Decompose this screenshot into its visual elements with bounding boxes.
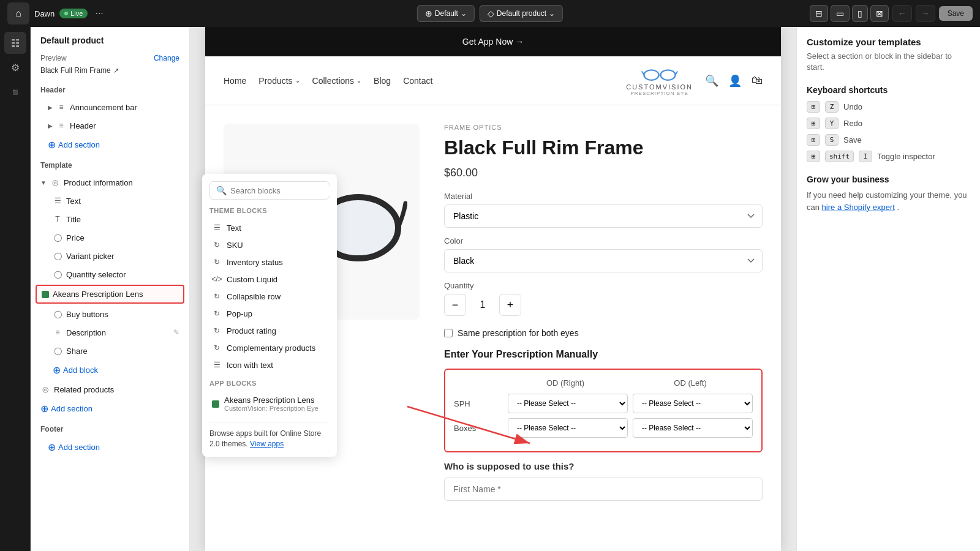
product-details: FRAME OPTICS Black Full Rim Frame $60.00… [444, 124, 763, 501]
nav-contact[interactable]: Contact [403, 73, 432, 88]
logo-text: CUSTOMVISION [626, 83, 693, 91]
qty-minus-btn[interactable]: − [444, 294, 466, 316]
expand-icon: ▶ [48, 104, 53, 111]
search-blocks-input[interactable] [230, 186, 333, 195]
block-item-icon-text[interactable]: ☰ Icon with text [209, 356, 330, 373]
material-select[interactable]: Plastic [444, 204, 763, 228]
nav-products-dropdown[interactable]: Products ⌄ [258, 76, 300, 86]
home-icon-btn[interactable]: ⌂ [7, 2, 29, 24]
apps-icon-btn[interactable]: ◾ [4, 81, 26, 103]
default-dropdown-button[interactable]: ⊕ Default ⌄ [417, 5, 475, 22]
sidebar-item-announcement-bar[interactable]: ▶ ≡ Announcement bar [31, 98, 189, 116]
top-bar-right: ⊟ ▭ ▯ ⊠ ← → Save [810, 5, 973, 22]
add-section-btn-footer[interactable]: ⊕ Add section [31, 437, 189, 457]
nav-home[interactable]: Home [224, 73, 246, 88]
account-icon[interactable]: 👤 [728, 74, 742, 88]
qty-icon: ◯ [53, 269, 62, 279]
sidebar-item-title[interactable]: T Title [31, 210, 189, 228]
boxes-label: Boxes [454, 424, 503, 433]
preview-row: Preview Change [31, 50, 189, 66]
redo-btn[interactable]: → [916, 5, 935, 22]
green-app-icon [42, 291, 49, 298]
sidebar-item-label: Announcement bar [70, 103, 137, 112]
nav-links: Home Products ⌄ Collections ⌄ Blog Conta… [224, 73, 432, 88]
view-apps-link[interactable]: View apps [250, 440, 284, 448]
add-block-btn[interactable]: ⊕ Add block [31, 360, 189, 380]
save-button[interactable]: Save [939, 6, 973, 21]
sidebar-item-description[interactable]: ≡ Description ✎ [31, 323, 189, 342]
key-ctrl3: ⊞ [807, 134, 820, 146]
undo-btn[interactable]: ← [892, 5, 912, 22]
color-select[interactable]: Black [444, 249, 763, 272]
search-icon[interactable]: 🔍 [705, 74, 718, 88]
inventory-icon: ↻ [212, 257, 222, 267]
rating-icon: ↻ [212, 326, 222, 335]
first-name-input[interactable] [444, 478, 763, 501]
same-prescription-checkbox[interactable] [444, 329, 453, 337]
sidebar-item-header[interactable]: ▶ ≡ Header [31, 116, 189, 135]
default-product-dropdown-button[interactable]: ◇ Default product ⌄ [480, 5, 563, 22]
sidebar-buy-label: Buy buttons [66, 310, 108, 319]
desktop-view-btn[interactable]: ⊟ [810, 5, 828, 22]
sidebar-desc-label: Description [66, 328, 106, 337]
block-item-collapsible[interactable]: ↻ Collapsible row [209, 288, 330, 305]
sections-icon-btn[interactable]: ☷ [4, 32, 26, 54]
material-label: Material [444, 192, 763, 201]
tablet-view-btn[interactable]: ▭ [831, 5, 850, 22]
sidebar-item-share[interactable]: ◯ Share [31, 342, 189, 360]
hire-expert-link[interactable]: hire a Shopify expert [822, 203, 895, 212]
fullscreen-btn[interactable]: ⊠ [870, 5, 889, 22]
sidebar-price-label: Price [66, 233, 85, 242]
boxes-right-select[interactable]: -- Please Select -- [508, 418, 628, 438]
qty-plus-btn[interactable]: + [499, 294, 521, 316]
sidebar-item-akeans-lens[interactable]: Akeans Prescription Lens [36, 285, 184, 304]
boxes-left-select[interactable]: -- Please Select -- [633, 418, 753, 438]
share-icon: ◯ [53, 346, 62, 356]
preview-label: Preview [40, 54, 67, 62]
block-item-text[interactable]: ☰ Text [209, 219, 330, 236]
block-item-rating[interactable]: ↻ Product rating [209, 322, 330, 339]
change-link[interactable]: Change [154, 54, 179, 62]
sph-right-select[interactable]: -- Please Select -- [508, 394, 628, 413]
edit-icon[interactable]: ✎ [173, 328, 179, 337]
block-popup: 🔍 THEME BLOCKS ☰ Text ↻ SKU ↻ Inventory … [202, 174, 337, 457]
sidebar-item-text[interactable]: ☰ Text [31, 192, 189, 210]
block-item-complementary[interactable]: ↻ Complementary products [209, 339, 330, 356]
settings-icon-btn[interactable]: ⚙ [4, 56, 26, 78]
default-label: Default [435, 9, 458, 18]
template-section-title: Template [31, 155, 189, 173]
block-item-inventory[interactable]: ↻ Inventory status [209, 253, 330, 271]
boxes-row: Boxes -- Please Select -- -- Please Sele… [454, 418, 753, 438]
more-options-button[interactable]: ··· [92, 6, 105, 21]
sph-left-select[interactable]: -- Please Select -- [633, 394, 753, 413]
right-panel-title: Customize your templates [807, 37, 970, 47]
add-section-btn-header[interactable]: ⊕ Add section [31, 135, 189, 155]
right-panel: Customize your templates Select a sectio… [796, 27, 980, 551]
mobile-view-btn[interactable]: ▯ [852, 5, 868, 22]
sidebar-item-quantity-selector[interactable]: ◯ Quantity selector [31, 265, 189, 283]
sidebar-item-related-products[interactable]: ◎ Related products [31, 380, 189, 399]
left-icon-sidebar: ☷ ⚙ ◾ [0, 27, 31, 551]
block-item-sku[interactable]: ↻ SKU [209, 236, 330, 253]
block-collapsible-label: Collapsible row [227, 292, 281, 301]
block-item-akeans[interactable]: Akeans Prescription Lens CustomVision: P… [209, 392, 330, 416]
block-item-liquid[interactable]: </> Custom Liquid [209, 271, 330, 288]
nav-collections-dropdown[interactable]: Collections ⌄ [312, 76, 361, 86]
app-blocks-title: APP BLOCKS [209, 380, 330, 387]
shortcut-save: ⊞ S Save [807, 134, 970, 146]
desc-icon: ≡ [53, 328, 62, 337]
footer-section-title: Footer [31, 419, 189, 437]
sku-icon: ↻ [212, 240, 222, 250]
sidebar-item-price[interactable]: ◯ Price [31, 228, 189, 247]
cart-icon[interactable]: 🛍 [752, 74, 763, 87]
sidebar-item-buy-buttons[interactable]: ◯ Buy buttons [31, 305, 189, 323]
block-item-popup[interactable]: ↻ Pop-up [209, 305, 330, 322]
sidebar-item-product-info[interactable]: ▼ ◎ Product information [31, 173, 189, 192]
sidebar-item-variant-picker[interactable]: ◯ Variant picker [31, 247, 189, 265]
text-block-icon: ☰ [212, 223, 222, 233]
key-ctrl4: ⊞ [807, 151, 820, 162]
theme-blocks-title: THEME BLOCKS [209, 207, 330, 214]
nav-blog[interactable]: Blog [374, 73, 391, 88]
add-section-btn-template[interactable]: ⊕ Add section [31, 399, 189, 419]
akeans-block-info: Akeans Prescription Lens CustomVision: P… [224, 395, 318, 412]
